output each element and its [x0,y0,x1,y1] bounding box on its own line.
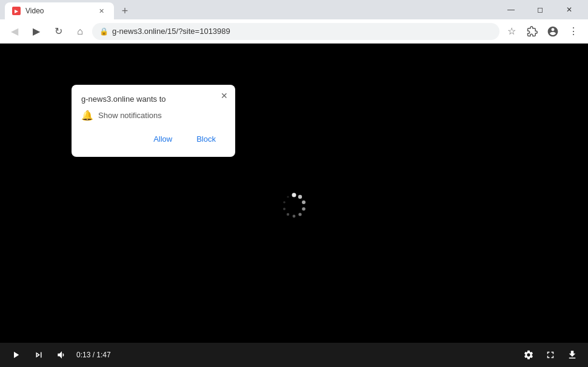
popup-permission: 🔔 Show notifications [81,110,226,121]
loading-spinner [279,190,309,220]
tab-title: Video [25,7,91,15]
close-button[interactable]: ✕ [555,0,583,19]
time-display: 0:13 / 1:47 [76,351,111,359]
active-tab[interactable]: ▶ Video ✕ [5,2,114,19]
svg-point-4 [298,213,301,216]
svg-point-9 [287,196,289,197]
home-button[interactable]: ⌂ [70,22,90,41]
menu-button[interactable]: ⋮ [564,22,583,41]
minimize-button[interactable]: — [497,0,525,19]
popup-buttons: Allow Block [81,131,226,147]
block-button[interactable]: Block [187,131,226,147]
settings-button[interactable] [520,346,537,363]
svg-point-2 [302,200,306,204]
video-controls: 0:13 / 1:47 [0,343,588,367]
omnibar-actions: ☆ ⋮ [502,22,583,41]
omnibar: ◀ ▶ ↻ ⌂ 🔒 g-news3.online/15/?site=101398… [0,19,588,44]
refresh-button[interactable]: ↻ [48,22,68,41]
tab-favicon: ▶ [12,7,21,15]
maximize-button[interactable]: ◻ [526,0,554,19]
svg-point-0 [292,193,296,197]
volume-button[interactable] [53,346,70,363]
svg-point-3 [302,207,306,211]
play-pause-button[interactable] [7,346,24,363]
browser-window: ▶ Video ✕ + — ◻ ✕ ◀ ▶ ↻ ⌂ 🔒 g-news3.onli… [0,0,588,367]
svg-point-7 [283,208,286,210]
popup-permission-text: Show notifications [98,111,162,120]
notification-popup: ✕ g-news3.online wants to 🔔 Show notific… [72,85,235,157]
svg-point-1 [298,195,302,199]
svg-point-5 [293,215,296,218]
url-text: g-news3.online/15/?site=1013989 [112,27,230,36]
svg-point-8 [283,201,286,203]
download-button[interactable] [564,346,581,363]
extensions-button[interactable] [523,22,542,41]
url-bar[interactable]: 🔒 g-news3.online/15/?site=1013989 [92,23,499,40]
fullscreen-button[interactable] [542,346,559,363]
titlebar: ▶ Video ✕ + — ◻ ✕ [0,0,588,19]
account-button[interactable] [543,22,563,41]
right-controls [520,346,581,363]
svg-point-6 [287,213,289,216]
titlebar-controls: — ◻ ✕ [497,0,583,19]
tab-close-button[interactable]: ✕ [96,5,107,16]
next-button[interactable] [30,346,47,363]
back-button[interactable]: ◀ [5,22,24,41]
allow-button[interactable]: Allow [144,131,182,147]
bookmark-button[interactable]: ☆ [502,22,521,41]
new-tab-button[interactable]: + [116,2,133,19]
bell-icon: 🔔 [81,110,93,121]
popup-close-button[interactable]: ✕ [218,90,230,102]
browser-content: 0:13 / 1:47 [0,44,588,367]
popup-title: g-news3.online wants to [81,94,226,104]
security-lock-icon: 🔒 [99,27,109,36]
tab-strip: ▶ Video ✕ + [5,0,497,19]
forward-button[interactable]: ▶ [27,22,46,41]
